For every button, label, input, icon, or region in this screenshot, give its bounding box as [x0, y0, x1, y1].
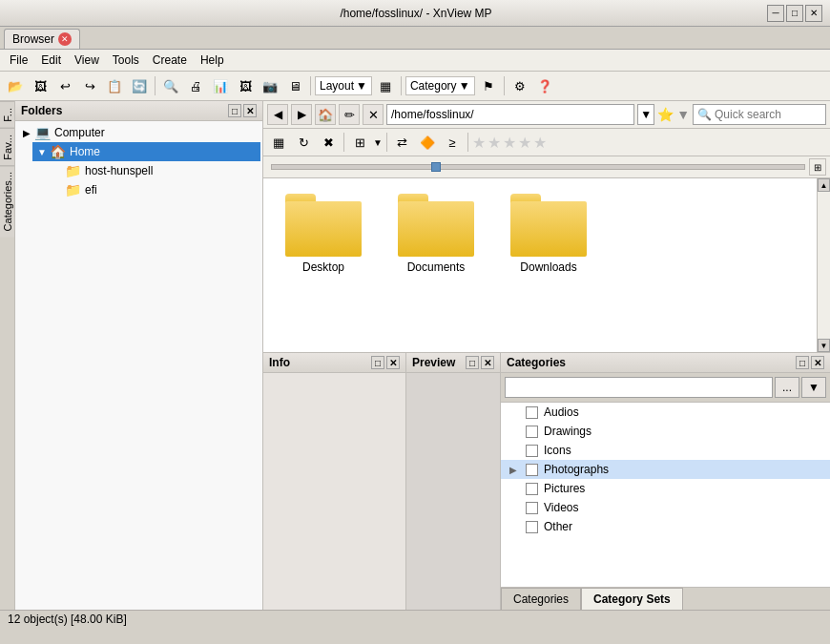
camera-button[interactable]: 📷 — [259, 74, 281, 97]
category-dropdown[interactable]: Category ▼ — [405, 76, 475, 95]
tree-item-efi[interactable]: 📁 efi — [48, 180, 260, 199]
cat-checkbox-photographs[interactable] — [526, 464, 538, 476]
star-1[interactable]: ★ — [472, 134, 486, 152]
cat-controls[interactable]: □ ✕ — [796, 356, 824, 369]
nav-button[interactable]: 📋 — [103, 74, 126, 97]
browser-tab[interactable]: Browser ✕ — [4, 29, 80, 49]
folder-tree[interactable]: ▶ 💻 Computer ▼ 🏠 Home 📁 host-hunspell — [15, 121, 262, 610]
file-grid[interactable]: Desktop Documents Downloads — [263, 178, 817, 352]
info-close-btn[interactable]: ✕ — [386, 356, 400, 369]
menu-help[interactable]: Help — [195, 52, 230, 69]
image-button[interactable]: 🖼 — [234, 74, 257, 97]
address-input[interactable] — [386, 104, 634, 125]
gte-btn[interactable]: ≥ — [441, 131, 464, 154]
bookmark-star[interactable]: ⭐ — [657, 107, 674, 122]
preview-close-btn[interactable]: ✕ — [481, 356, 494, 369]
expand-home[interactable]: ▼ — [34, 147, 50, 157]
help-button[interactable]: ❓ — [533, 74, 556, 97]
settings-button[interactable]: ⚙ — [508, 74, 531, 97]
cat-checkbox-other[interactable] — [526, 521, 538, 533]
star-4[interactable]: ★ — [518, 134, 531, 152]
cat-item-videos[interactable]: Videos — [501, 498, 830, 517]
cat-item-photographs[interactable]: ▶ Photographs — [501, 460, 830, 479]
tree-item-host-hunspell[interactable]: 📁 host-hunspell — [48, 161, 260, 180]
cat-item-drawings[interactable]: Drawings — [501, 422, 830, 441]
filter2-btn[interactable]: 🔶 — [416, 131, 439, 154]
print-button[interactable]: 🖨 — [184, 74, 207, 97]
file-item-downloads[interactable]: Downloads — [496, 186, 601, 278]
move-btn[interactable]: ⇄ — [391, 131, 414, 154]
menu-tools[interactable]: Tools — [107, 52, 145, 69]
open-button[interactable]: 📂 — [4, 74, 27, 97]
cat-dropdown-btn[interactable]: ▼ — [801, 377, 826, 398]
scroll-up-btn[interactable]: ▲ — [818, 178, 830, 192]
forward-nav-button[interactable]: ▶ — [291, 104, 312, 125]
file-item-documents[interactable]: Documents — [384, 186, 488, 278]
browse-button[interactable]: 🔍 — [159, 74, 182, 97]
view-button[interactable]: 📊 — [209, 74, 232, 97]
star-5[interactable]: ★ — [533, 134, 547, 152]
cat-checkbox-drawings[interactable] — [526, 426, 538, 438]
address-dropdown-btn[interactable]: ▼ — [637, 104, 654, 125]
cat-expand-photographs[interactable]: ▶ — [507, 465, 520, 475]
home-nav-button[interactable]: 🏠 — [315, 104, 336, 125]
folders-min-btn[interactable]: □ — [228, 104, 241, 117]
stop-button[interactable]: ✕ — [363, 104, 384, 125]
zoom-slider[interactable] — [271, 164, 805, 170]
tab-categories[interactable]: Categories — [501, 588, 581, 610]
cat-item-pictures[interactable]: Pictures — [501, 479, 830, 498]
window-controls[interactable]: ─ □ ✕ — [767, 5, 822, 22]
tab-close-button[interactable]: ✕ — [58, 32, 72, 46]
thumbnail-button[interactable]: 🖼 — [29, 74, 52, 97]
back-button[interactable]: ↩ — [53, 74, 76, 97]
scroll-down-btn[interactable]: ▼ — [818, 339, 830, 352]
layout-btn[interactable]: ▦ — [374, 74, 397, 97]
menu-edit[interactable]: Edit — [35, 52, 67, 69]
quick-search-input[interactable] — [715, 108, 810, 121]
folders-close-btn[interactable]: ✕ — [243, 104, 257, 117]
category-btn2[interactable]: ⚑ — [477, 74, 500, 97]
rotate-btn[interactable]: ↻ — [292, 131, 315, 154]
info-min-btn[interactable]: □ — [371, 356, 384, 369]
expand-computer[interactable]: ▶ — [19, 128, 34, 138]
folders-controls[interactable]: □ ✕ — [228, 104, 257, 117]
categories-tab[interactable]: Categories... — [0, 165, 14, 237]
preview-min-btn[interactable]: □ — [466, 356, 479, 369]
cat-min-btn[interactable]: □ — [796, 356, 809, 369]
grid-view-btn[interactable]: ⊞ — [348, 131, 371, 154]
cat-search-btn[interactable]: ... — [775, 377, 799, 398]
forward-button[interactable]: ↪ — [78, 74, 101, 97]
filter-btn[interactable]: ▦ — [267, 131, 290, 154]
zoom-slider-thumb[interactable] — [431, 162, 441, 172]
tree-item-home[interactable]: ▼ 🏠 Home — [32, 142, 260, 161]
vertical-scrollbar[interactable]: ▲ ▼ — [817, 178, 830, 352]
cat-search-input[interactable] — [505, 377, 773, 398]
tree-item-computer[interactable]: ▶ 💻 Computer — [17, 123, 260, 142]
info-controls[interactable]: □ ✕ — [371, 356, 400, 369]
refresh-button[interactable]: 🔄 — [128, 74, 151, 97]
minimize-button[interactable]: ─ — [767, 5, 784, 22]
star-2[interactable]: ★ — [488, 134, 501, 152]
cat-item-icons[interactable]: Icons — [501, 441, 830, 460]
bookmark-arrow[interactable]: ▼ — [676, 107, 690, 122]
scroll-track[interactable] — [818, 192, 830, 339]
cat-checkbox-audios[interactable] — [526, 406, 538, 419]
display-button[interactable]: 🖥 — [283, 74, 306, 97]
menu-view[interactable]: View — [69, 52, 105, 69]
cat-checkbox-pictures[interactable] — [526, 483, 538, 495]
categories-list[interactable]: Audios Drawings Icons ▶ — [501, 403, 830, 587]
layout-dropdown[interactable]: Layout ▼ — [315, 76, 372, 95]
quick-search-box[interactable]: 🔍 — [693, 104, 826, 125]
tab-category-sets[interactable]: Category Sets — [581, 588, 683, 610]
expand-view-btn[interactable]: ⊞ — [809, 158, 826, 176]
favorites-tab[interactable]: Fav... — [0, 128, 14, 166]
back-nav-button[interactable]: ◀ — [267, 104, 288, 125]
cat-item-other[interactable]: Other — [501, 517, 830, 536]
edit-nav-button[interactable]: ✏ — [339, 104, 360, 125]
star-3[interactable]: ★ — [503, 134, 516, 152]
delete-btn[interactable]: ✖ — [317, 131, 340, 154]
cat-checkbox-videos[interactable] — [526, 502, 538, 514]
cat-close-btn[interactable]: ✕ — [811, 356, 824, 369]
maximize-button[interactable]: □ — [786, 5, 803, 22]
file-item-desktop[interactable]: Desktop — [271, 186, 376, 278]
